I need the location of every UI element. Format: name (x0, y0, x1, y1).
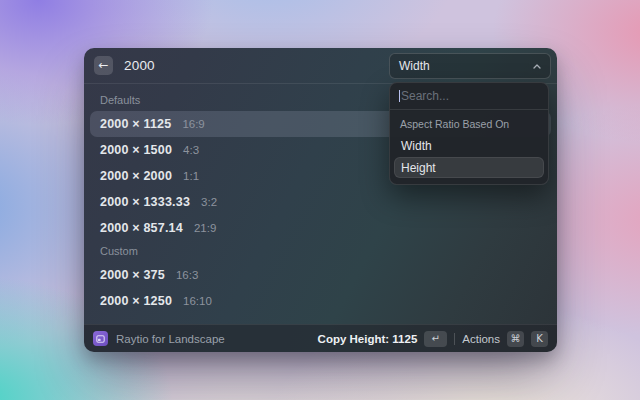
back-button[interactable]: ← (94, 56, 113, 75)
footer-bar: Raytio for Landscape Copy Height: 1125 ↵… (84, 324, 557, 352)
actions-button[interactable]: Actions (462, 333, 500, 345)
primary-action-label[interactable]: Copy Height: 1125 (318, 333, 418, 345)
size-ratio: 16:10 (183, 295, 212, 307)
size-ratio: 21:9 (194, 222, 216, 234)
size-ratio: 1:1 (183, 170, 199, 182)
dropdown-option-width[interactable]: Width (394, 135, 544, 156)
size-row[interactable]: 2000 × 857.1421:9 (90, 215, 551, 241)
size-dimensions: 2000 × 1125 (100, 117, 171, 131)
size-dimensions: 2000 × 1500 (100, 143, 172, 157)
titlebar: ← 2000 Width (84, 48, 557, 84)
aspect-basis-select[interactable]: Width (389, 53, 551, 79)
k-key[interactable]: K (531, 331, 548, 347)
size-ratio: 4:3 (183, 144, 199, 156)
footer-app: Raytio for Landscape (93, 331, 225, 346)
enter-key[interactable]: ↵ (424, 331, 447, 347)
text-caret (399, 90, 400, 102)
launcher-window: ← 2000 Width Defaults2000 × 112516:92000… (84, 48, 557, 352)
size-ratio: 16:3 (176, 269, 198, 281)
raytio-logo-icon (93, 331, 108, 346)
footer-actions: Copy Height: 1125 ↵ Actions ⌘ K (318, 331, 548, 347)
size-dimensions: 2000 × 1333.33 (100, 195, 190, 209)
dropdown-options: WidthHeight (390, 135, 548, 178)
size-dimensions: 2000 × 1250 (100, 294, 172, 308)
footer-divider (454, 333, 455, 345)
chevron-up-icon (533, 64, 541, 69)
select-value: Width (399, 59, 430, 73)
list-section-title: Custom (100, 245, 541, 257)
dropdown-option-height[interactable]: Height (394, 157, 544, 178)
size-row[interactable]: 2000 × 37516:3 (90, 262, 551, 288)
dropdown-search-input[interactable]: Search... (390, 83, 548, 109)
app-name: Raytio for Landscape (116, 333, 225, 345)
dropdown-section-title: Aspect Ratio Based On (390, 110, 548, 134)
cmd-key[interactable]: ⌘ (507, 331, 524, 347)
size-row[interactable]: 2000 × 125016:10 (90, 288, 551, 314)
desktop-background: ← 2000 Width Defaults2000 × 112516:92000… (0, 0, 640, 400)
back-arrow-icon: ← (98, 58, 108, 72)
search-placeholder: Search... (401, 89, 449, 103)
aspect-basis-dropdown: Search... Aspect Ratio Based On WidthHei… (389, 82, 549, 185)
size-row[interactable]: 2000 × 1333.333:2 (90, 189, 551, 215)
size-dimensions: 2000 × 375 (100, 268, 165, 282)
size-ratio: 16:9 (182, 118, 204, 130)
size-dimensions: 2000 × 2000 (100, 169, 172, 183)
width-value-input[interactable]: 2000 (124, 58, 155, 73)
size-ratio: 3:2 (201, 196, 217, 208)
size-dimensions: 2000 × 857.14 (100, 221, 183, 235)
